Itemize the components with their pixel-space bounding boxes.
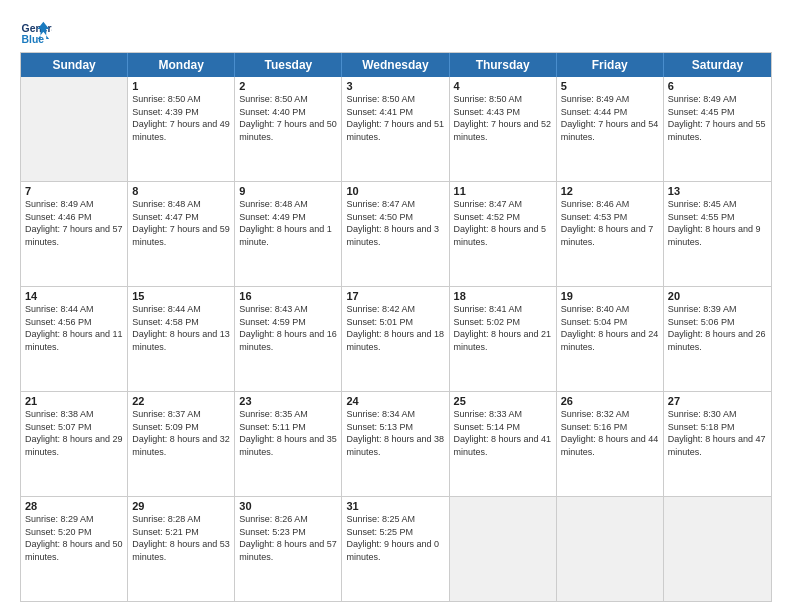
- day-info: Sunrise: 8:42 AMSunset: 5:01 PMDaylight:…: [346, 303, 444, 353]
- header-day-friday: Friday: [557, 53, 664, 77]
- calendar-cell: 19Sunrise: 8:40 AMSunset: 5:04 PMDayligh…: [557, 287, 664, 391]
- day-info: Sunrise: 8:49 AMSunset: 4:46 PMDaylight:…: [25, 198, 123, 248]
- calendar-cell: 24Sunrise: 8:34 AMSunset: 5:13 PMDayligh…: [342, 392, 449, 496]
- day-number: 21: [25, 395, 123, 407]
- day-number: 4: [454, 80, 552, 92]
- calendar-cell: 11Sunrise: 8:47 AMSunset: 4:52 PMDayligh…: [450, 182, 557, 286]
- header-day-wednesday: Wednesday: [342, 53, 449, 77]
- day-number: 27: [668, 395, 767, 407]
- header-day-monday: Monday: [128, 53, 235, 77]
- day-number: 9: [239, 185, 337, 197]
- day-info: Sunrise: 8:50 AMSunset: 4:39 PMDaylight:…: [132, 93, 230, 143]
- day-info: Sunrise: 8:48 AMSunset: 4:47 PMDaylight:…: [132, 198, 230, 248]
- day-number: 17: [346, 290, 444, 302]
- day-info: Sunrise: 8:44 AMSunset: 4:56 PMDaylight:…: [25, 303, 123, 353]
- day-info: Sunrise: 8:45 AMSunset: 4:55 PMDaylight:…: [668, 198, 767, 248]
- calendar-cell: 27Sunrise: 8:30 AMSunset: 5:18 PMDayligh…: [664, 392, 771, 496]
- header-day-sunday: Sunday: [21, 53, 128, 77]
- calendar-header: SundayMondayTuesdayWednesdayThursdayFrid…: [21, 53, 771, 77]
- day-info: Sunrise: 8:49 AMSunset: 4:44 PMDaylight:…: [561, 93, 659, 143]
- day-info: Sunrise: 8:48 AMSunset: 4:49 PMDaylight:…: [239, 198, 337, 248]
- header: General Blue: [20, 16, 772, 48]
- day-info: Sunrise: 8:30 AMSunset: 5:18 PMDaylight:…: [668, 408, 767, 458]
- day-number: 22: [132, 395, 230, 407]
- day-info: Sunrise: 8:40 AMSunset: 5:04 PMDaylight:…: [561, 303, 659, 353]
- day-number: 19: [561, 290, 659, 302]
- day-info: Sunrise: 8:38 AMSunset: 5:07 PMDaylight:…: [25, 408, 123, 458]
- day-info: Sunrise: 8:47 AMSunset: 4:52 PMDaylight:…: [454, 198, 552, 248]
- calendar-row: 14Sunrise: 8:44 AMSunset: 4:56 PMDayligh…: [21, 287, 771, 392]
- calendar-body: 1Sunrise: 8:50 AMSunset: 4:39 PMDaylight…: [21, 77, 771, 602]
- calendar-cell: 2Sunrise: 8:50 AMSunset: 4:40 PMDaylight…: [235, 77, 342, 181]
- day-info: Sunrise: 8:34 AMSunset: 5:13 PMDaylight:…: [346, 408, 444, 458]
- day-number: 15: [132, 290, 230, 302]
- day-number: 16: [239, 290, 337, 302]
- day-number: 3: [346, 80, 444, 92]
- calendar-cell: 14Sunrise: 8:44 AMSunset: 4:56 PMDayligh…: [21, 287, 128, 391]
- day-info: Sunrise: 8:25 AMSunset: 5:25 PMDaylight:…: [346, 513, 444, 563]
- calendar-cell: 15Sunrise: 8:44 AMSunset: 4:58 PMDayligh…: [128, 287, 235, 391]
- day-info: Sunrise: 8:50 AMSunset: 4:40 PMDaylight:…: [239, 93, 337, 143]
- calendar-cell: [450, 497, 557, 601]
- day-info: Sunrise: 8:32 AMSunset: 5:16 PMDaylight:…: [561, 408, 659, 458]
- svg-text:Blue: Blue: [22, 34, 45, 45]
- header-day-saturday: Saturday: [664, 53, 771, 77]
- calendar-cell: 29Sunrise: 8:28 AMSunset: 5:21 PMDayligh…: [128, 497, 235, 601]
- day-info: Sunrise: 8:29 AMSunset: 5:20 PMDaylight:…: [25, 513, 123, 563]
- header-day-tuesday: Tuesday: [235, 53, 342, 77]
- calendar-cell: 20Sunrise: 8:39 AMSunset: 5:06 PMDayligh…: [664, 287, 771, 391]
- calendar-row: 1Sunrise: 8:50 AMSunset: 4:39 PMDaylight…: [21, 77, 771, 182]
- calendar-cell: 26Sunrise: 8:32 AMSunset: 5:16 PMDayligh…: [557, 392, 664, 496]
- calendar-cell: 1Sunrise: 8:50 AMSunset: 4:39 PMDaylight…: [128, 77, 235, 181]
- calendar-cell: 12Sunrise: 8:46 AMSunset: 4:53 PMDayligh…: [557, 182, 664, 286]
- calendar-cell: 21Sunrise: 8:38 AMSunset: 5:07 PMDayligh…: [21, 392, 128, 496]
- day-number: 14: [25, 290, 123, 302]
- day-number: 7: [25, 185, 123, 197]
- calendar-cell: [557, 497, 664, 601]
- day-number: 18: [454, 290, 552, 302]
- calendar-cell: [21, 77, 128, 181]
- calendar-cell: 30Sunrise: 8:26 AMSunset: 5:23 PMDayligh…: [235, 497, 342, 601]
- day-info: Sunrise: 8:47 AMSunset: 4:50 PMDaylight:…: [346, 198, 444, 248]
- calendar-cell: [664, 497, 771, 601]
- calendar-row: 28Sunrise: 8:29 AMSunset: 5:20 PMDayligh…: [21, 497, 771, 602]
- day-info: Sunrise: 8:33 AMSunset: 5:14 PMDaylight:…: [454, 408, 552, 458]
- calendar-cell: 28Sunrise: 8:29 AMSunset: 5:20 PMDayligh…: [21, 497, 128, 601]
- day-number: 2: [239, 80, 337, 92]
- day-number: 20: [668, 290, 767, 302]
- calendar-cell: 9Sunrise: 8:48 AMSunset: 4:49 PMDaylight…: [235, 182, 342, 286]
- day-info: Sunrise: 8:50 AMSunset: 4:41 PMDaylight:…: [346, 93, 444, 143]
- calendar-cell: 4Sunrise: 8:50 AMSunset: 4:43 PMDaylight…: [450, 77, 557, 181]
- calendar-cell: 25Sunrise: 8:33 AMSunset: 5:14 PMDayligh…: [450, 392, 557, 496]
- day-number: 6: [668, 80, 767, 92]
- day-info: Sunrise: 8:41 AMSunset: 5:02 PMDaylight:…: [454, 303, 552, 353]
- day-number: 11: [454, 185, 552, 197]
- calendar-cell: 13Sunrise: 8:45 AMSunset: 4:55 PMDayligh…: [664, 182, 771, 286]
- page: General Blue SundayMondayTuesdayWednesda…: [0, 0, 792, 612]
- calendar-cell: 17Sunrise: 8:42 AMSunset: 5:01 PMDayligh…: [342, 287, 449, 391]
- calendar-cell: 7Sunrise: 8:49 AMSunset: 4:46 PMDaylight…: [21, 182, 128, 286]
- calendar: SundayMondayTuesdayWednesdayThursdayFrid…: [20, 52, 772, 602]
- day-number: 1: [132, 80, 230, 92]
- day-info: Sunrise: 8:43 AMSunset: 4:59 PMDaylight:…: [239, 303, 337, 353]
- day-info: Sunrise: 8:44 AMSunset: 4:58 PMDaylight:…: [132, 303, 230, 353]
- calendar-cell: 16Sunrise: 8:43 AMSunset: 4:59 PMDayligh…: [235, 287, 342, 391]
- calendar-cell: 23Sunrise: 8:35 AMSunset: 5:11 PMDayligh…: [235, 392, 342, 496]
- calendar-cell: 10Sunrise: 8:47 AMSunset: 4:50 PMDayligh…: [342, 182, 449, 286]
- logo: General Blue: [20, 16, 52, 48]
- day-number: 31: [346, 500, 444, 512]
- calendar-cell: 8Sunrise: 8:48 AMSunset: 4:47 PMDaylight…: [128, 182, 235, 286]
- day-number: 26: [561, 395, 659, 407]
- day-number: 28: [25, 500, 123, 512]
- day-number: 29: [132, 500, 230, 512]
- day-number: 25: [454, 395, 552, 407]
- day-info: Sunrise: 8:46 AMSunset: 4:53 PMDaylight:…: [561, 198, 659, 248]
- calendar-row: 21Sunrise: 8:38 AMSunset: 5:07 PMDayligh…: [21, 392, 771, 497]
- day-number: 10: [346, 185, 444, 197]
- day-info: Sunrise: 8:49 AMSunset: 4:45 PMDaylight:…: [668, 93, 767, 143]
- calendar-cell: 22Sunrise: 8:37 AMSunset: 5:09 PMDayligh…: [128, 392, 235, 496]
- calendar-row: 7Sunrise: 8:49 AMSunset: 4:46 PMDaylight…: [21, 182, 771, 287]
- calendar-cell: 31Sunrise: 8:25 AMSunset: 5:25 PMDayligh…: [342, 497, 449, 601]
- calendar-cell: 5Sunrise: 8:49 AMSunset: 4:44 PMDaylight…: [557, 77, 664, 181]
- day-info: Sunrise: 8:35 AMSunset: 5:11 PMDaylight:…: [239, 408, 337, 458]
